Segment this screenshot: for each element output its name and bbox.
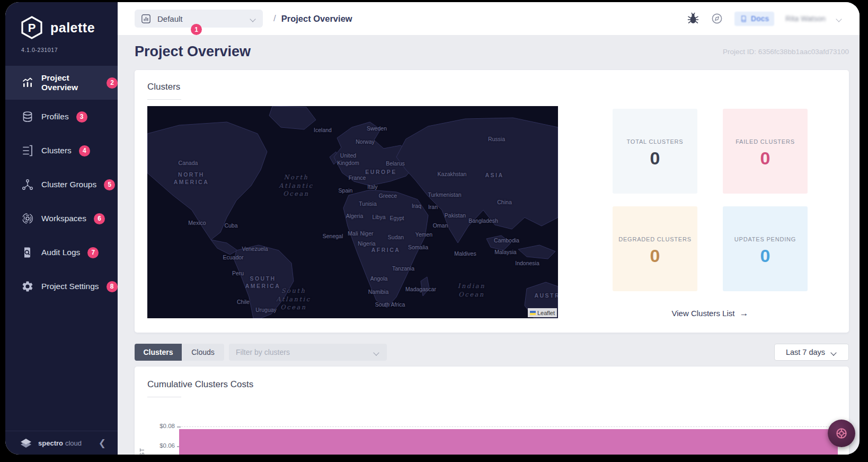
sidebar-item-label: Clusters [41, 146, 72, 155]
sidebar-nav: Project Overview2Profiles3Clusters4Clust… [5, 66, 118, 303]
stat-tile-degraded-clusters: DEGRADED CLUSTERS0 [613, 206, 697, 291]
help-compass-icon[interactable] [711, 12, 723, 25]
page-content: Project Overview Project ID: 6356fc38bb1… [118, 35, 860, 455]
sidebar-item-label: Audit Logs [41, 248, 80, 257]
sidebar-item-label: Cluster Groups [41, 180, 96, 189]
sidebar-item-profiles[interactable]: Profiles3 [5, 100, 118, 134]
clusters-server-icon [21, 144, 34, 157]
chevron-down-icon [374, 350, 380, 355]
y-axis-tick-label: $0.06 [148, 442, 175, 449]
gridline-dashed [181, 426, 838, 427]
sidebar-item-label: Profiles [41, 112, 69, 121]
project-chart-icon [141, 14, 151, 24]
sidebar: P palette 4.1.0-231017 Project Overview2… [5, 2, 118, 455]
leaflet-label: Leaflet [537, 310, 555, 316]
workspaces-orbit-icon [21, 212, 34, 225]
stat-tile-failed-clusters: FAILED CLUSTERS0 [723, 109, 808, 194]
annotation-badge-4: 4 [79, 145, 90, 156]
vendor-name-bold: spectro [38, 439, 63, 447]
title-divider [147, 99, 181, 100]
clusters-card: Clusters [135, 70, 849, 333]
clusters-card-title: Clusters [147, 82, 836, 92]
app-version: 4.1.0-231017 [5, 47, 118, 53]
stat-tile-total-clusters: TOTAL CLUSTERS0 [613, 109, 697, 194]
app-window: P palette 4.1.0-231017 Project Overview2… [5, 2, 860, 455]
stat-label: TOTAL CLUSTERS [627, 138, 684, 145]
arrow-right-icon: → [739, 308, 748, 318]
bug-report-icon[interactable] [687, 12, 699, 25]
sidebar-item-label: Workspaces [41, 214, 86, 223]
project-id: Project ID: 6356fc38bb1aac03afd73100 [723, 48, 849, 56]
ukraine-flag-icon [530, 311, 536, 315]
breadcrumb-current[interactable]: Project Overview [281, 14, 352, 24]
clusters-world-map[interactable]: IcelandSwedenNorwayRussiaCanadaUnited Ki… [147, 106, 558, 318]
docs-label: Docs [751, 14, 769, 23]
sidebar-item-project-overview[interactable]: Project Overview2 [5, 66, 118, 100]
sidebar-item-audit-logs[interactable]: Audit Logs7 [5, 236, 118, 269]
y-axis-tick [177, 426, 181, 428]
annotation-badge-2: 2 [107, 77, 118, 89]
annotation-badge-7: 7 [87, 247, 99, 258]
sidebar-item-label: Project Overview [41, 73, 99, 92]
palette-logo: P palette [5, 2, 118, 39]
annotation-badge-5: 5 [104, 179, 115, 190]
leaflet-attribution[interactable]: Leaflet [528, 308, 557, 317]
stat-label: DEGRADED CLUSTERS [618, 236, 692, 242]
title-divider [147, 397, 181, 397]
user-menu-chevron-icon[interactable] [837, 16, 843, 22]
stat-value: 0 [760, 148, 770, 169]
stat-value: 0 [760, 246, 770, 266]
annotation-badge-3: 3 [76, 111, 87, 123]
filter-placeholder: Filter by clusters [236, 348, 290, 356]
analytics-icon [21, 76, 34, 89]
cost-filter-bar: ClustersClouds Filter by clusters Last 7… [135, 344, 849, 361]
breadcrumb-separator: / [273, 13, 276, 24]
y-axis-title: COST [139, 448, 145, 455]
sidebar-collapse-chevron-icon[interactable]: ❮ [99, 438, 106, 449]
filter-by-clusters-select[interactable]: Filter by clusters [229, 344, 387, 361]
sidebar-item-cluster-groups[interactable]: Cluster Groups5 [5, 168, 118, 202]
date-range-select[interactable]: Last 7 days [774, 344, 849, 361]
cost-tabs: ClustersClouds [135, 344, 224, 361]
stat-label: FAILED CLUSTERS [736, 138, 795, 145]
stat-label: UPDATES PENDING [734, 236, 796, 242]
cost-area-series [179, 429, 838, 455]
docs-button[interactable]: Docs [734, 12, 774, 26]
world-map-continents [147, 106, 558, 318]
vendor-name-light: cloud [65, 439, 82, 447]
page-title: Project Overview [135, 43, 251, 60]
annotation-badge-8: 8 [107, 281, 118, 292]
view-clusters-list-link[interactable]: View Clusters List→ [571, 308, 849, 319]
docs-book-icon [740, 15, 748, 23]
tab-clusters[interactable]: Clusters [135, 344, 182, 361]
annotation-badge-1: 1 [191, 24, 202, 35]
audit-logs-search-doc-icon [21, 246, 34, 259]
stat-value: 0 [650, 246, 660, 266]
breadcrumb: / Project Overview [273, 13, 352, 24]
chevron-down-icon [831, 350, 837, 355]
cluster-stats-panel: TOTAL CLUSTERS0FAILED CLUSTERS0DEGRADED … [571, 106, 849, 333]
settings-gear-icon [21, 280, 34, 293]
app-name: palette [50, 20, 95, 36]
stat-tile-updates-pending: UPDATES PENDING0 [723, 206, 808, 291]
spectro-cloud-logo-icon [19, 436, 33, 450]
tab-clouds[interactable]: Clouds [182, 344, 224, 361]
sidebar-item-project-settings[interactable]: Project Settings8 [5, 269, 118, 303]
chevron-down-icon [251, 16, 256, 22]
user-menu-name[interactable]: Rita Watson [785, 14, 826, 23]
sidebar-item-clusters[interactable]: Clusters4 [5, 134, 118, 168]
life-ring-help-icon [835, 426, 848, 440]
sidebar-item-workspaces[interactable]: Workspaces6 [5, 202, 118, 236]
sidebar-item-label: Project Settings [41, 282, 99, 291]
topbar: Default 1 / Project Overview [118, 2, 860, 35]
main-area: Default 1 / Project Overview [118, 2, 860, 455]
annotation-badge-6: 6 [94, 213, 105, 224]
profiles-stack-icon [21, 110, 34, 123]
costs-card-title: Cumulative Clusters Costs [147, 379, 836, 390]
project-scope-value: Default [157, 14, 183, 23]
cluster-groups-network-icon [21, 178, 34, 191]
palette-hexagon-logo-icon: P [20, 16, 43, 39]
svg-text:P: P [28, 21, 36, 34]
date-range-value: Last 7 days [786, 348, 825, 356]
assistant-fab-button[interactable] [828, 420, 855, 447]
